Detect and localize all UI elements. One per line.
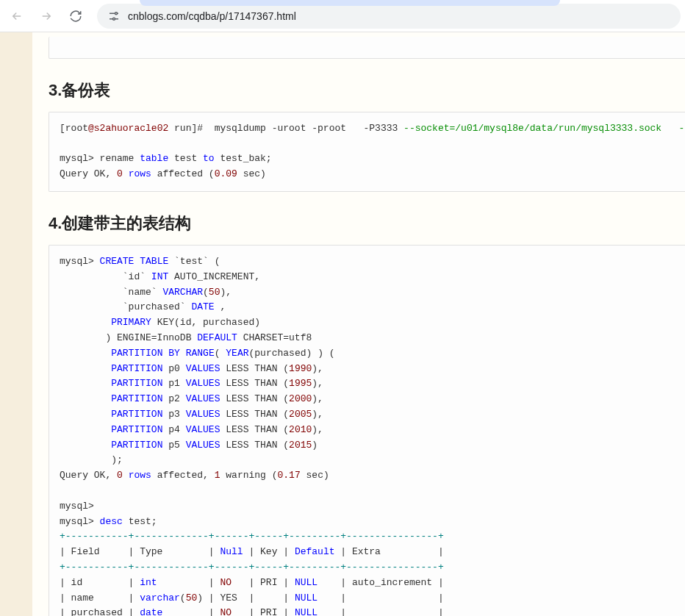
reload-button[interactable] bbox=[63, 4, 88, 29]
forward-button[interactable] bbox=[34, 4, 59, 29]
article-content: 3.备份表 [root@s2ahuoracle02 run]# mysqldum… bbox=[32, 32, 685, 616]
arrow-right-icon bbox=[40, 10, 53, 23]
code-block-4: mysql> CREATE TABLE `test` ( `id` INT AU… bbox=[49, 245, 685, 616]
code-block-3: [root@s2ahuoracle02 run]# mysqldump -uro… bbox=[49, 112, 685, 192]
url-text: cnblogs.com/cqdba/p/17147367.html bbox=[128, 10, 670, 22]
reload-icon bbox=[69, 10, 82, 23]
svg-point-0 bbox=[115, 12, 118, 14]
svg-point-1 bbox=[113, 18, 115, 20]
page-margin bbox=[0, 32, 32, 616]
page-body: 3.备份表 [root@s2ahuoracle02 run]# mysqldum… bbox=[0, 32, 685, 616]
code-block-prev-tail bbox=[49, 37, 685, 59]
address-bar[interactable]: cnblogs.com/cqdba/p/17147367.html bbox=[97, 4, 681, 29]
back-button[interactable] bbox=[4, 4, 29, 29]
heading-3: 3.备份表 bbox=[49, 79, 685, 101]
browser-toolbar: cnblogs.com/cqdba/p/17147367.html bbox=[0, 0, 685, 32]
arrow-left-icon bbox=[10, 10, 24, 23]
heading-4: 4.创建带主的表结构 bbox=[49, 212, 685, 234]
site-settings-icon[interactable] bbox=[107, 10, 121, 23]
